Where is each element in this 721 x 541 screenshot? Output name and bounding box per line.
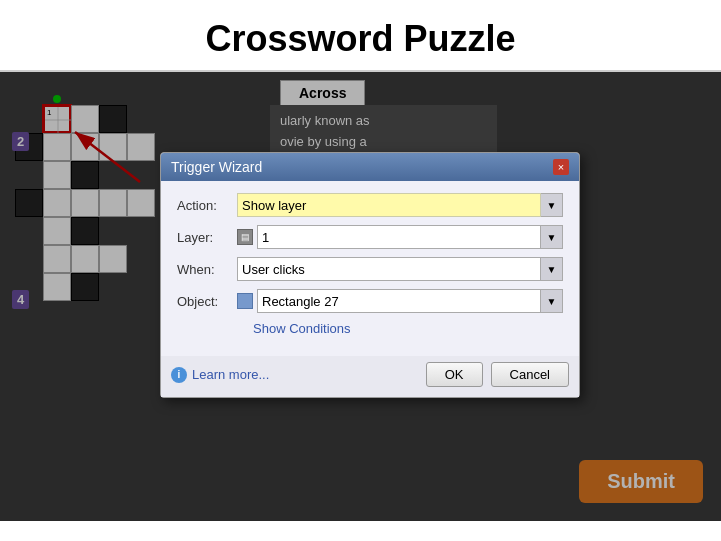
dialog-titlebar: Trigger Wizard × (161, 153, 579, 181)
layer-select-wrapper: ▤ 1 ▼ (237, 225, 563, 249)
when-row: When: User clicks ▼ (177, 257, 563, 281)
dialog-body: Action: Show layer ▼ Layer: ▤ 1 (161, 181, 579, 356)
object-icon (237, 293, 253, 309)
object-value[interactable]: Rectangle 27 (257, 289, 541, 313)
layer-value[interactable]: 1 (257, 225, 541, 249)
trigger-wizard-dialog: Trigger Wizard × Action: Show layer ▼ (160, 152, 580, 398)
main-area: 1 (0, 72, 721, 521)
modal-overlay: Trigger Wizard × Action: Show layer ▼ (0, 72, 721, 521)
dialog-title: Trigger Wizard (171, 159, 262, 175)
ok-button[interactable]: OK (426, 362, 483, 387)
action-value[interactable]: Show layer (237, 193, 541, 217)
layer-label: Layer: (177, 230, 237, 245)
info-icon: i (171, 367, 187, 383)
page-header: Crossword Puzzle (0, 0, 721, 72)
action-select-wrapper: Show layer ▼ (237, 193, 563, 217)
action-row: Action: Show layer ▼ (177, 193, 563, 217)
cancel-button[interactable]: Cancel (491, 362, 569, 387)
object-dropdown-arrow[interactable]: ▼ (541, 289, 563, 313)
when-value[interactable]: User clicks (237, 257, 541, 281)
when-label: When: (177, 262, 237, 277)
dialog-buttons: OK Cancel (426, 362, 569, 387)
action-label: Action: (177, 198, 237, 213)
action-dropdown-arrow[interactable]: ▼ (541, 193, 563, 217)
when-select-wrapper: User clicks ▼ (237, 257, 563, 281)
layer-row: Layer: ▤ 1 ▼ (177, 225, 563, 249)
object-label: Object: (177, 294, 237, 309)
layer-icon: ▤ (237, 229, 253, 245)
layer-dropdown-arrow[interactable]: ▼ (541, 225, 563, 249)
object-row: Object: Rectangle 27 ▼ (177, 289, 563, 313)
show-conditions-link[interactable]: Show Conditions (253, 321, 563, 336)
dialog-footer: i Learn more... OK Cancel (161, 356, 579, 397)
when-dropdown-arrow[interactable]: ▼ (541, 257, 563, 281)
learn-more-link[interactable]: i Learn more... (171, 367, 269, 383)
page-title: Crossword Puzzle (0, 18, 721, 60)
dialog-close-button[interactable]: × (553, 159, 569, 175)
object-select-wrapper: Rectangle 27 ▼ (237, 289, 563, 313)
